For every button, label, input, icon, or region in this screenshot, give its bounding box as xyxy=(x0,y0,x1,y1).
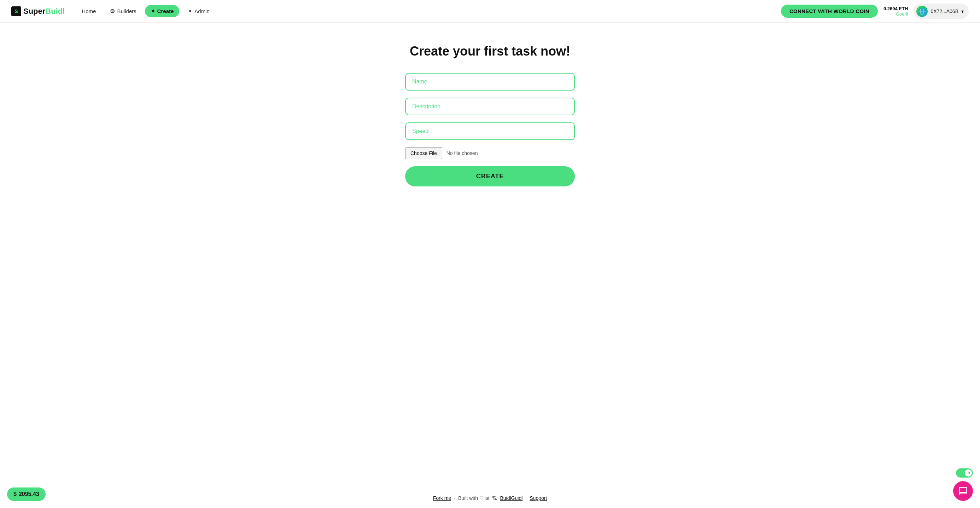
dollar-icon: $ xyxy=(13,491,17,497)
support-link[interactable]: Support xyxy=(530,495,547,501)
name-input[interactable] xyxy=(405,73,575,91)
description-input[interactable] xyxy=(405,97,575,115)
speed-input[interactable] xyxy=(405,122,575,140)
chevron-down-icon: ▾ xyxy=(961,8,964,14)
wallet-globe-icon xyxy=(916,6,928,17)
admin-icon: ✦ xyxy=(188,8,192,14)
footer: Fork me · Built with ♡ at 🏗 BuidlGuidl ·… xyxy=(0,488,980,508)
nav-home[interactable]: Home xyxy=(76,5,102,17)
built-with-text: Built with ♡ at xyxy=(458,495,489,501)
builders-icon: ⚙ xyxy=(110,8,115,14)
create-nav-icon: ✦ xyxy=(151,8,155,14)
logo-link[interactable]: S SuperBuidl xyxy=(11,6,65,16)
logo-text: SuperBuidl xyxy=(23,7,65,16)
buidl-guidl-icon: 🏗 xyxy=(492,495,497,501)
create-task-form: Choose File No file chosen CREATE xyxy=(405,73,575,187)
chat-button[interactable] xyxy=(953,481,973,501)
nav-builders[interactable]: ⚙ Builders xyxy=(104,5,142,18)
navbar: S SuperBuidl Home ⚙ Builders ✦ Create ✦ … xyxy=(0,0,980,22)
logo-box: S xyxy=(11,6,21,16)
nav-links: Home ⚙ Builders ✦ Create ✦ Admin xyxy=(76,5,215,18)
page-title: Create your first task now! xyxy=(410,44,570,59)
sun-icon: ☀ xyxy=(967,470,972,476)
wallet-button[interactable]: 0X72...A06B ▾ xyxy=(913,3,969,19)
main-content: Create your first task now! Choose File … xyxy=(0,22,980,488)
price-badge[interactable]: $ 2095.43 xyxy=(7,487,46,501)
connect-worldcoin-button[interactable]: CONNECT WITH WORLD COIN xyxy=(781,5,878,18)
nav-admin[interactable]: ✦ Admin xyxy=(182,5,215,18)
no-file-label: No file chosen xyxy=(447,150,478,156)
nav-create[interactable]: ✦ Create xyxy=(145,5,180,18)
eth-info: 0.2694 ETH Goerli xyxy=(883,6,908,17)
eth-amount: 0.2694 ETH xyxy=(883,6,908,11)
eth-network: Goerli xyxy=(896,11,908,17)
wallet-address-label: 0X72...A06B xyxy=(931,8,958,14)
create-task-button[interactable]: CREATE xyxy=(405,166,575,187)
file-upload-row: Choose File No file chosen xyxy=(405,147,575,159)
buidl-guidl-link[interactable]: BuidlGuidl xyxy=(500,495,522,501)
fork-me-link[interactable]: Fork me xyxy=(433,495,451,501)
price-value: 2095.43 xyxy=(19,491,39,497)
chat-icon xyxy=(958,486,968,496)
theme-toggle-button[interactable]: ☀ xyxy=(956,468,973,478)
choose-file-button[interactable]: Choose File xyxy=(405,147,442,159)
chat-widget: ☀ xyxy=(953,468,973,501)
nav-right: CONNECT WITH WORLD COIN 0.2694 ETH Goerl… xyxy=(781,3,969,19)
